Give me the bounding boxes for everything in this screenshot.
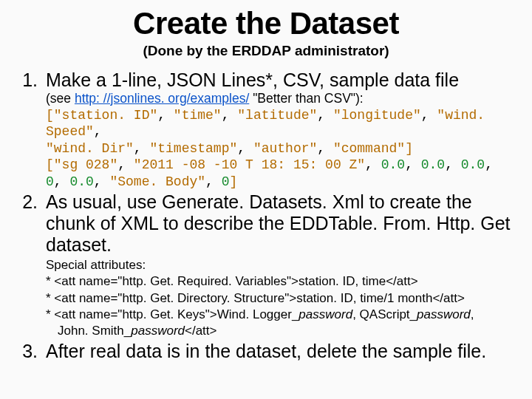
hdr-6: "timestamp" bbox=[149, 141, 237, 156]
attr-line-2: * <att name="http. Get. Directory. Struc… bbox=[46, 290, 526, 307]
row2-n2: 0.0 bbox=[69, 174, 93, 189]
code-data-row: ["sg 028", "2011 -08 -10 T 18: 15: 00 Z"… bbox=[46, 157, 526, 174]
code-data-row-2: 0, 0.0, "Some. Body", 0] bbox=[46, 174, 526, 191]
item1-note: (see http: //jsonlines. org/examples/ "B… bbox=[46, 91, 526, 107]
list-item-1: Make a 1-line, JSON Lines*, CSV, sample … bbox=[43, 69, 526, 190]
row-n2: 0.0 bbox=[461, 157, 485, 172]
row-s2: "2011 -08 -10 T 18: 15: 00 Z" bbox=[134, 157, 365, 172]
hdr-5: "wind. Dir" bbox=[46, 141, 134, 156]
slide: Create the Dataset (Done by the ERDDAP a… bbox=[0, 0, 532, 362]
a3b-pre: John. Smith_ bbox=[58, 324, 131, 338]
list-item-2: As usual, use Generate. Datasets. Xml to… bbox=[43, 191, 526, 338]
hdr-1: "time" bbox=[174, 108, 222, 123]
hdr-2: "latitude" bbox=[237, 108, 317, 123]
numbered-list: Make a 1-line, JSON Lines*, CSV, sample … bbox=[0, 69, 532, 362]
item2-attrs: Special attributes: * <att name="http. G… bbox=[46, 257, 526, 338]
item3-text: After real data is in the dataset, delet… bbox=[46, 341, 486, 361]
row2-n1: 0 bbox=[46, 174, 54, 189]
a3-pw1: password bbox=[299, 307, 352, 321]
a3b-post: </att> bbox=[185, 324, 216, 338]
hdr-7: "author" bbox=[253, 141, 317, 156]
attr-line-3: * <att name="http. Get. Keys">Wind. Logg… bbox=[46, 307, 526, 323]
item1-code-block: ["station. ID", "time", "latitude", "lon… bbox=[46, 107, 526, 191]
item1-lead: Make a 1-line, JSON Lines*, CSV, sample … bbox=[46, 69, 459, 90]
item2-text: As usual, use Generate. Datasets. Xml to… bbox=[46, 191, 511, 255]
row2-s: "Some. Body" bbox=[109, 174, 205, 189]
hdr-0: "station. ID" bbox=[54, 108, 157, 123]
a3-pw2: password bbox=[417, 307, 471, 321]
row-s1: "sg 028" bbox=[54, 157, 117, 172]
slide-subtitle: (Done by the ERDDAP administrator) bbox=[0, 43, 532, 59]
row-n0: 0.0 bbox=[381, 157, 405, 172]
list-item-3: After real data is in the dataset, delet… bbox=[43, 341, 526, 362]
row2-n3: 0 bbox=[222, 174, 230, 189]
a3-pre: * <att name="http. Get. Keys">Wind. Logg… bbox=[46, 307, 299, 321]
attrs-title: Special attributes: bbox=[46, 257, 526, 273]
attr-line-3b: John. Smith_password</att> bbox=[46, 323, 526, 339]
item1-see-suffix: "Better than CSV"): bbox=[249, 91, 363, 106]
a3-mid2: , bbox=[471, 307, 474, 321]
attr-line-1: * <att name="http. Get. Required. Variab… bbox=[46, 273, 526, 290]
a3-pw3: password bbox=[131, 324, 185, 338]
row-n1: 0.0 bbox=[421, 157, 445, 172]
a3-mid1: , QAScript_ bbox=[352, 307, 417, 321]
code-header-row-2: "wind. Dir", "timestamp", "author", "com… bbox=[46, 140, 526, 157]
item1-see-prefix: (see bbox=[46, 91, 75, 106]
hdr-8: "command" bbox=[333, 141, 405, 156]
code-header-row: ["station. ID", "time", "latitude", "lon… bbox=[46, 107, 526, 140]
jsonlines-link[interactable]: http: //jsonlines. org/examples/ bbox=[75, 91, 249, 106]
slide-title: Create the Dataset bbox=[0, 6, 532, 41]
hdr-3: "longitude" bbox=[333, 108, 421, 123]
